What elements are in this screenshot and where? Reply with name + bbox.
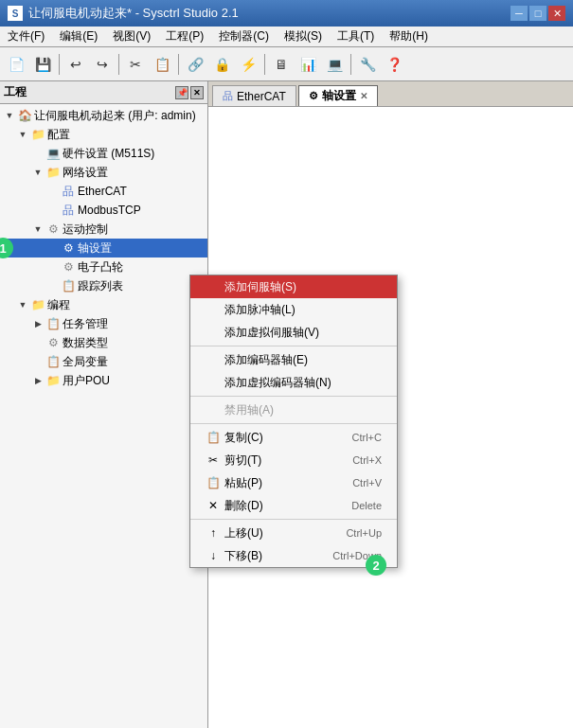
minimize-button[interactable]: ─ — [510, 6, 528, 21]
tree-item-axis[interactable]: 1 ▶ ⚙ 轴设置 — [0, 239, 207, 257]
tab-axis[interactable]: ⚙ 轴设置 ✕ — [298, 85, 378, 106]
project-tree: ▼ 🏠 让伺服电机动起来 (用户: admin) ▼ 📁 配置 ▶ 💻 硬件设置… — [0, 104, 207, 728]
tree-label-cam: 电子凸轮 — [78, 259, 123, 275]
tree-toggle-userpou: ▶ — [30, 373, 45, 388]
tab-axis-label: 轴设置 — [322, 88, 356, 104]
tb-build[interactable]: 🔗 — [183, 52, 207, 77]
ctx-cut-icon: ✂ — [206, 453, 221, 468]
menu-view[interactable]: 视图(V) — [105, 27, 158, 46]
menu-file[interactable]: 文件(F) — [0, 27, 52, 46]
tb-save[interactable]: 💾 — [30, 52, 55, 77]
tree-item-ethercat[interactable]: ▶ 品 EtherCAT — [0, 182, 207, 201]
menu-edit[interactable]: 编辑(E) — [52, 27, 105, 46]
ctx-paste-icon: 📋 — [206, 475, 221, 490]
ctx-cut-shortcut: Ctrl+X — [352, 454, 382, 466]
ctx-add-virtual-servo-icon — [206, 325, 221, 340]
panel-close[interactable]: ✕ — [190, 86, 204, 99]
tree-icon-prog: 📁 — [30, 297, 45, 312]
tree-item-globalvar[interactable]: ▶ 📋 全局变量 — [0, 352, 207, 371]
panel-title: 工程 — [4, 84, 27, 100]
tb-sep2 — [118, 54, 119, 75]
ctx-delete-label: 删除(D) — [224, 498, 263, 514]
tree-item-root[interactable]: ▼ 🏠 让伺服电机动起来 (用户: admin) — [0, 106, 207, 125]
tree-label-globalvar: 全局变量 — [63, 354, 108, 370]
ctx-add-servo[interactable]: 添加伺服轴(S) — [190, 275, 397, 298]
tb-sep5 — [350, 54, 351, 75]
maximize-button[interactable]: □ — [529, 6, 546, 21]
tree-icon-cam: ⚙ — [61, 259, 76, 275]
ctx-sep4 — [190, 519, 397, 520]
menu-tools[interactable]: 工具(T) — [330, 27, 382, 46]
tree-item-cam[interactable]: ▶ ⚙ 电子凸轮 — [0, 257, 207, 276]
tree-toggle-network: ▼ — [30, 165, 45, 180]
tb-run[interactable]: ⚡ — [236, 52, 260, 77]
menu-project[interactable]: 工程(P) — [158, 27, 211, 46]
tb-monitor[interactable]: 🖥 — [269, 52, 294, 77]
tab-ethercat-label: EtherCAT — [237, 90, 286, 103]
tb-sep4 — [264, 54, 265, 75]
panel-controls: 📌 ✕ — [175, 86, 204, 99]
ctx-add-virtual-encoder-icon — [206, 375, 221, 390]
ctx-paste[interactable]: 📋 粘贴(P) Ctrl+V — [190, 471, 397, 494]
tree-icon-globalvar: 📋 — [45, 354, 61, 369]
ctx-add-pulse-label: 添加脉冲轴(L) — [224, 302, 295, 318]
menu-help[interactable]: 帮助(H) — [382, 27, 436, 46]
tree-icon-hardware: 💻 — [45, 146, 61, 161]
ctx-sep3 — [190, 423, 397, 424]
tree-label-modbustcp: ModbusTCP — [78, 204, 141, 217]
tab-axis-close[interactable]: ✕ — [360, 91, 367, 101]
tree-item-hardware[interactable]: ▶ 💻 硬件设置 (M511S) — [0, 144, 207, 163]
ctx-move-up[interactable]: ↑ 上移(U) Ctrl+Up — [190, 522, 397, 544]
ctx-copy[interactable]: 📋 复制(C) Ctrl+C — [190, 426, 397, 449]
tb-settings[interactable]: 🔧 — [355, 52, 380, 77]
tree-icon-axis: ⚙ — [61, 240, 76, 256]
ctx-sep1 — [190, 346, 397, 346]
tree-item-modbustcp[interactable]: ▶ 品 ModbusTCP — [0, 201, 207, 220]
tree-icon-network: 📁 — [45, 165, 61, 180]
menu-simulate[interactable]: 模拟(S) — [277, 27, 330, 46]
tb-console[interactable]: 💻 — [322, 52, 347, 77]
ctx-add-encoder[interactable]: 添加编码器轴(E) — [190, 348, 397, 371]
ctx-delete[interactable]: ✕ 删除(D) Delete — [190, 494, 397, 517]
menu-controller[interactable]: 控制器(C) — [211, 27, 277, 46]
tb-cut[interactable]: ✂ — [123, 52, 148, 77]
tree-item-config[interactable]: ▼ 📁 配置 — [0, 125, 207, 144]
window-controls: ─ □ ✕ — [510, 6, 565, 21]
tree-item-userpou[interactable]: ▶ 📁 用户POU — [0, 371, 207, 390]
close-button[interactable]: ✕ — [548, 6, 565, 21]
tab-ethercat[interactable]: 品 EtherCAT — [212, 85, 296, 106]
tree-label-root: 让伺服电机动起来 (用户: admin) — [34, 108, 196, 124]
tb-compile[interactable]: 🔒 — [209, 52, 234, 77]
ctx-add-servo-label: 添加伺服轴(S) — [224, 279, 296, 295]
ctx-add-virtual-encoder[interactable]: 添加虚拟编码器轴(N) — [190, 371, 397, 394]
context-menu: 2 添加伺服轴(S) 添加脉冲轴(L) 添加虚拟伺服轴(V) 添加编码器轴(E)… — [189, 275, 398, 568]
ctx-add-virtual-encoder-label: 添加虚拟编码器轴(N) — [224, 375, 331, 391]
tb-chart[interactable]: 📊 — [295, 52, 320, 77]
ctx-move-up-shortcut: Ctrl+Up — [346, 527, 382, 539]
tree-item-trace[interactable]: ▶ 📋 跟踪列表 — [0, 276, 207, 295]
tb-redo[interactable]: ↪ — [90, 52, 115, 77]
tree-icon-ethercat: 品 — [61, 184, 76, 199]
ctx-add-virtual-servo[interactable]: 添加虚拟伺服轴(V) — [190, 321, 397, 344]
ctx-add-pulse-icon — [206, 302, 221, 317]
tree-item-motion[interactable]: ▼ ⚙ 运动控制 — [0, 220, 207, 239]
tab-ethercat-icon: 品 — [223, 89, 233, 103]
tb-undo[interactable]: ↩ — [63, 52, 88, 77]
tree-item-network[interactable]: ▼ 📁 网络设置 — [0, 163, 207, 182]
ctx-delete-icon: ✕ — [206, 498, 221, 513]
tree-toggle-config: ▼ — [15, 127, 30, 142]
ctx-add-encoder-label: 添加编码器轴(E) — [224, 352, 308, 368]
tree-item-taskmgr[interactable]: ▶ 📋 任务管理 — [0, 314, 207, 333]
tree-item-prog[interactable]: ▼ 📁 编程 — [0, 295, 207, 314]
tree-item-datatypes[interactable]: ▶ ⚙ 数据类型 — [0, 333, 207, 352]
ctx-add-pulse[interactable]: 添加脉冲轴(L) — [190, 298, 397, 321]
window-title: 让伺服电机动起来* - Sysctrl Studio 2.1 — [28, 5, 505, 22]
panel-pin[interactable]: 📌 — [175, 86, 188, 99]
badge-1: 1 — [0, 238, 13, 258]
tb-copy[interactable]: 📋 — [150, 52, 174, 77]
ctx-move-up-label: 上移(U) — [224, 525, 263, 542]
tb-new[interactable]: 📄 — [4, 52, 28, 77]
tb-help[interactable]: ❓ — [382, 52, 406, 77]
tb-sep3 — [178, 54, 179, 75]
ctx-cut[interactable]: ✂ 剪切(T) Ctrl+X — [190, 449, 397, 471]
